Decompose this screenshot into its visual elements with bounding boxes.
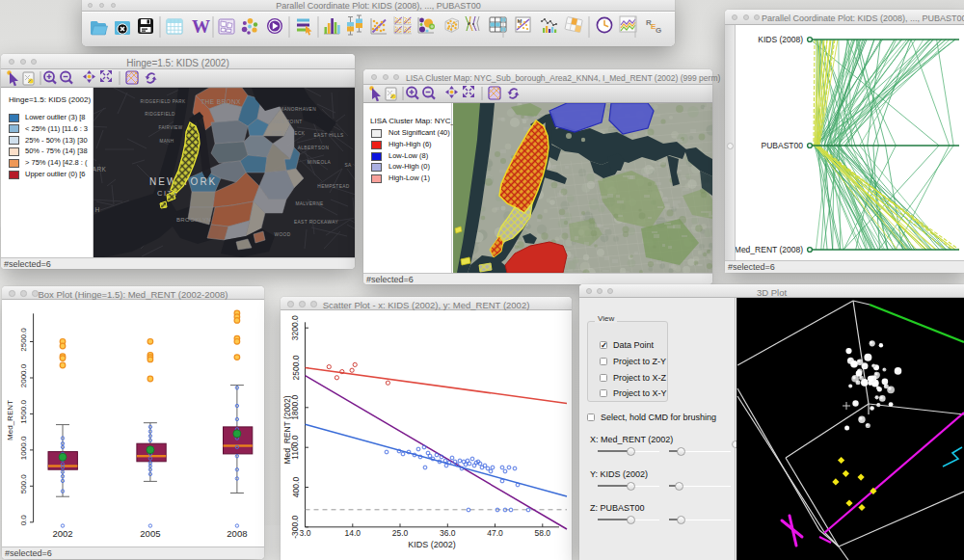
svg-text:MANORHAVEN: MANORHAVEN [280,107,316,112]
svg-text:1100.0: 1100.0 [291,435,301,460]
svg-text:Med_RENT (2008): Med_RENT (2008) [736,245,803,254]
svg-text:MINEOLA: MINEOLA [308,160,332,165]
svg-text:2005: 2005 [140,528,160,539]
svg-text:Med_RENT (2002): Med_RENT (2002) [282,395,292,464]
svg-text:2500.0: 2500.0 [19,328,28,352]
svg-text:2002: 2002 [52,528,72,539]
svg-text:ARK: ARK [94,166,107,173]
svg-text:0.0: 0.0 [19,515,28,526]
svg-text:KIDS (2008): KIDS (2008) [758,35,803,44]
svg-text:SA: SA [344,163,352,168]
svg-text:500.0: 500.0 [19,474,28,494]
svg-text:THE BRONX: THE BRONX [201,98,241,105]
svg-text:36.0: 36.0 [440,528,456,538]
svg-text:H: H [94,206,99,213]
svg-text:M: M [518,18,522,24]
svg-text:WOOD: WOOD [274,232,290,237]
svg-text:EAST HILLS: EAST HILLS [313,133,343,138]
svg-text:G: G [656,26,661,35]
svg-text:3.0: 3.0 [300,528,311,538]
svg-text:BROOKLYN: BROOKLYN [176,217,211,223]
svg-text:ALBERTSON: ALBERTSON [298,146,330,150]
svg-text:PUBAST00: PUBAST00 [762,141,804,150]
svg-text:2008: 2008 [227,528,247,539]
svg-text:2500.0: 2500.0 [291,355,301,380]
svg-text:-300.0: -300.0 [291,515,301,538]
svg-text:GREAT NECK: GREAT NECK [272,131,306,136]
svg-text:KIDS (2002): KIDS (2002) [408,540,456,549]
svg-text:400.0: 400.0 [291,477,301,498]
svg-text:MALVERNE: MALVERNE [295,201,323,206]
svg-text:RIDGEFIELD PARK: RIDGEFIELD PARK [140,99,186,104]
svg-text:1800.0: 1800.0 [291,395,301,420]
svg-text:Med_RENT: Med_RENT [6,400,14,440]
svg-text:RIDGEFIELD: RIDGEFIELD [145,112,175,117]
svg-text:MANH: MANH [159,139,174,144]
svg-text:1000.0: 1000.0 [19,436,28,460]
svg-text:25.0: 25.0 [392,528,409,538]
svg-text:FAIRVIEW: FAIRVIEW [158,125,182,130]
svg-text:14.0: 14.0 [345,528,362,538]
svg-text:1500.0: 1500.0 [19,400,28,424]
svg-text:W: W [192,16,210,37]
svg-text:HEMPSTEAD: HEMPSTEAD [317,184,350,189]
svg-text:58.0: 58.0 [535,528,551,538]
svg-text:EAST ROCKAWAY: EAST ROCKAWAY [294,220,339,225]
svg-text:2000.0: 2000.0 [19,363,28,387]
svg-text:3200.0: 3200.0 [291,315,301,340]
svg-text:KINGS POINT: KINGS POINT [268,120,302,124]
svg-text:47.0: 47.0 [487,528,503,538]
